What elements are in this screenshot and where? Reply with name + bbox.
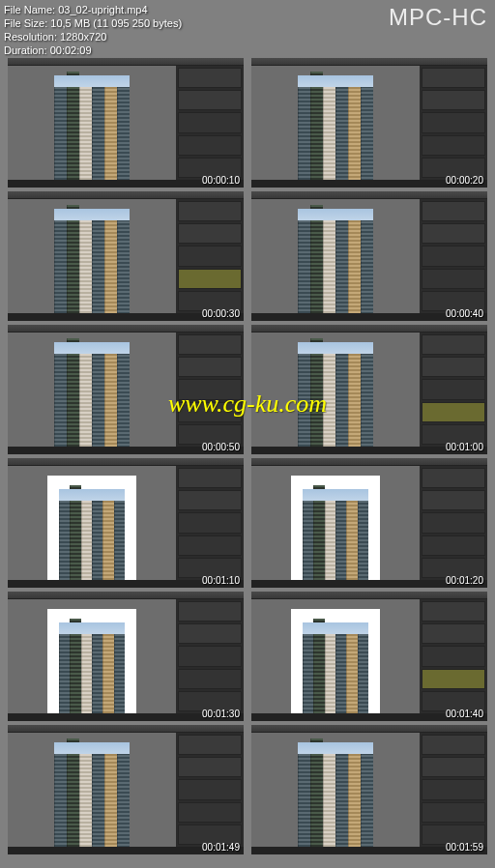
timestamp: 00:01:30 <box>202 709 240 719</box>
panel-block <box>422 135 485 156</box>
thumb-canvas <box>8 466 176 580</box>
thumb-side-panel <box>420 466 487 580</box>
thumb-menubar <box>8 325 244 333</box>
panel-block <box>178 357 242 377</box>
panel-block <box>422 357 485 377</box>
thumb-menubar <box>251 725 487 733</box>
thumb-body <box>251 733 487 847</box>
thumb-body <box>8 66 244 180</box>
timestamp: 00:00:20 <box>446 175 483 186</box>
duration-label: Duration: <box>4 44 47 56</box>
panel-block <box>178 246 242 266</box>
panel-block <box>422 646 485 666</box>
thumb-body <box>251 199 487 313</box>
thumb-canvas <box>251 733 420 847</box>
thumbnail[interactable]: 00:00:40 <box>251 191 487 321</box>
panel-block <box>422 601 485 622</box>
panel-block <box>422 490 485 510</box>
thumbnail[interactable]: 00:00:10 <box>8 58 244 188</box>
thumb-canvas <box>8 333 176 447</box>
preview-image <box>54 209 130 313</box>
panel-block <box>422 535 485 556</box>
thumbnail[interactable]: 00:01:59 <box>251 725 487 854</box>
panel-block <box>178 623 242 644</box>
preview-image <box>47 476 136 580</box>
panel-block <box>178 68 242 88</box>
panel-block <box>178 757 242 777</box>
thumb-side-panel <box>420 733 487 847</box>
thumb-body <box>8 199 244 313</box>
panel-block <box>422 402 485 422</box>
timestamp: 00:00:10 <box>202 175 240 186</box>
thumb-body <box>8 466 244 580</box>
thumbnail[interactable]: 00:01:40 <box>251 592 487 721</box>
preview-image <box>54 342 130 447</box>
preview-image <box>298 75 373 180</box>
thumb-side-panel <box>176 599 244 713</box>
thumb-canvas <box>8 733 176 847</box>
timestamp: 00:01:40 <box>446 709 483 719</box>
thumb-body <box>8 733 244 847</box>
panel-block <box>422 757 485 777</box>
thumb-body <box>8 599 244 713</box>
thumb-side-panel <box>176 466 244 580</box>
preview-image <box>298 209 373 313</box>
thumbnail[interactable]: 00:01:10 <box>8 458 244 588</box>
panel-block <box>422 468 485 488</box>
file-name-value: 03_02-upright.mp4 <box>58 4 147 15</box>
timestamp: 00:01:20 <box>446 575 483 586</box>
thumbnail[interactable]: 00:00:30 <box>8 191 244 321</box>
panel-block <box>178 779 242 799</box>
thumb-menubar <box>8 58 244 66</box>
thumb-canvas <box>8 599 176 713</box>
file-size-value: 10,5 MB (11 095 250 bytes) <box>50 17 182 29</box>
panel-block <box>422 512 485 533</box>
timestamp: 00:00:30 <box>202 308 240 319</box>
thumbnail[interactable]: 00:01:30 <box>8 592 244 721</box>
timestamp: 00:01:10 <box>202 575 240 586</box>
panel-block <box>178 269 242 289</box>
thumb-body <box>251 466 487 580</box>
thumb-menubar <box>251 191 487 199</box>
thumb-body <box>251 599 487 713</box>
preview-image <box>54 742 130 847</box>
thumb-side-panel <box>176 733 244 847</box>
panel-block <box>422 246 485 266</box>
thumb-menubar <box>8 725 244 733</box>
panel-block <box>178 90 242 110</box>
thumb-menubar <box>8 191 244 199</box>
thumb-body <box>251 66 487 180</box>
panel-block <box>422 669 485 689</box>
panel-block <box>422 269 485 289</box>
panel-block <box>422 802 485 823</box>
timestamp: 00:01:49 <box>202 842 240 853</box>
file-size-label: File Size: <box>4 17 47 29</box>
thumb-side-panel <box>420 66 487 180</box>
app-logo: MPC-HC <box>389 4 487 31</box>
panel-block <box>178 112 242 132</box>
panel-block <box>178 802 242 823</box>
thumb-menubar <box>8 458 244 466</box>
panel-block <box>422 112 485 132</box>
thumbnail[interactable]: 00:00:20 <box>251 58 487 188</box>
panel-block <box>178 669 242 689</box>
preview-image <box>291 476 380 580</box>
panel-block <box>178 223 242 244</box>
file-name-label: File Name: <box>4 4 55 15</box>
preview-image <box>291 609 380 713</box>
thumbnail[interactable]: 00:01:20 <box>251 458 487 588</box>
thumbnail-grid: 00:00:10 00:00:20 00:00:30 <box>8 58 487 854</box>
panel-block <box>178 201 242 221</box>
duration-value: 00:02:09 <box>50 44 92 56</box>
thumb-menubar <box>251 325 487 333</box>
file-info-overlay: File Name: 03_02-upright.mp4 File Size: … <box>4 3 182 57</box>
panel-block <box>178 535 242 556</box>
panel-block <box>178 334 242 355</box>
thumb-side-panel <box>176 66 244 180</box>
panel-block <box>422 68 485 88</box>
thumbnail[interactable]: 00:01:49 <box>8 725 244 854</box>
thumb-side-panel <box>420 199 487 313</box>
panel-block <box>178 601 242 622</box>
thumb-canvas <box>251 66 420 180</box>
panel-block <box>422 379 485 399</box>
